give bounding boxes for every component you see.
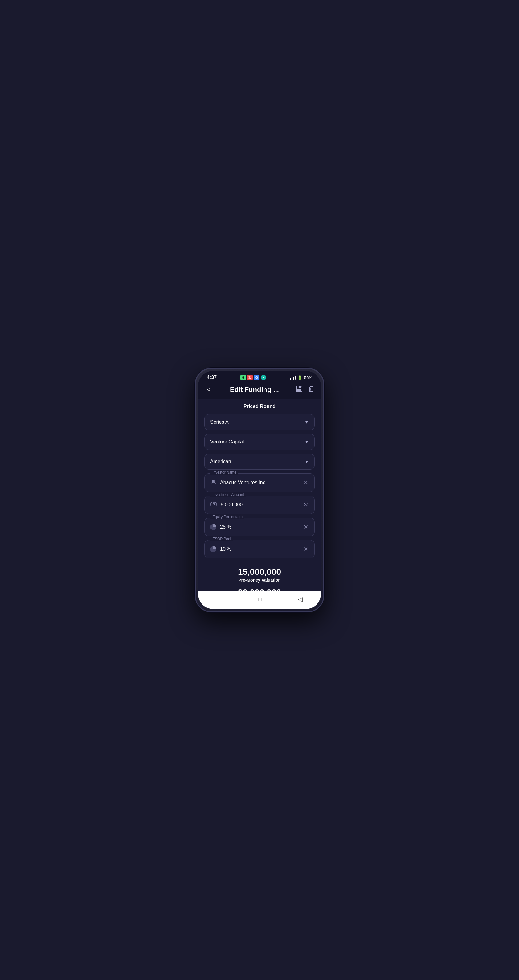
esop-pie-icon [210, 546, 216, 552]
battery-percent: 56% [304, 375, 312, 380]
investor-name-field[interactable]: Abacus Ventures Inc. ✕ [204, 473, 315, 492]
page-title: Edit Funding ... [230, 386, 279, 394]
battery-text: 🔋 [297, 375, 302, 380]
investment-amount-clear[interactable]: ✕ [303, 501, 309, 509]
money-icon [210, 501, 217, 509]
esop-pool-field[interactable]: 10 % ✕ [204, 540, 315, 558]
save-icon [295, 385, 303, 393]
svg-rect-1 [298, 386, 301, 388]
pre-money-label: Pre-Money Valuation [204, 578, 315, 582]
svg-rect-7 [211, 502, 216, 506]
round-type-dropdown[interactable]: Series A ▼ [204, 414, 315, 430]
investor-name-clear[interactable]: ✕ [303, 479, 309, 487]
delete-button[interactable] [308, 385, 315, 395]
save-button[interactable] [295, 385, 303, 395]
app-icon-g2: G [254, 375, 259, 380]
status-bar: 4:37 G 31 G ● 🔋 56% [198, 371, 321, 382]
svg-rect-2 [297, 389, 301, 391]
geography-value: American [210, 459, 231, 465]
investment-amount-label: Investment Amount [211, 492, 246, 497]
home-nav-button[interactable]: □ [252, 595, 268, 604]
app-icon-circle: ● [261, 375, 266, 380]
phone-screen: 4:37 G 31 G ● 🔋 56% < Edit Fundin [198, 371, 321, 609]
app-icon-31: 31 [247, 375, 253, 380]
form-content: Priced Round Series A ▼ Venture Capital … [198, 399, 321, 591]
geography-dropdown[interactable]: American ▼ [204, 453, 315, 470]
esop-pool-clear[interactable]: ✕ [303, 545, 309, 553]
esop-pool-value: 10 % [220, 546, 299, 552]
geography-arrow: ▼ [305, 459, 309, 464]
investor-type-dropdown[interactable]: Venture Capital ▼ [204, 434, 315, 450]
esop-pool-label: ESOP Pool [211, 537, 233, 541]
esop-pool-group: ESOP Pool 10 % ✕ [204, 540, 315, 558]
app-header: < Edit Funding ... [198, 382, 321, 399]
round-type-arrow: ▼ [305, 420, 309, 425]
equity-pie-icon [210, 524, 216, 530]
status-time: 4:37 [207, 375, 217, 380]
investor-type-arrow: ▼ [305, 439, 309, 444]
pre-money-amount: 15,000,000 [204, 567, 315, 577]
back-button[interactable]: < [204, 385, 213, 395]
signal-bar-3 [293, 377, 294, 380]
bottom-nav: ☰ □ ◁ [198, 591, 321, 609]
svg-point-6 [212, 480, 214, 482]
post-money-amount: 20,000,000 [204, 587, 315, 591]
header-actions [295, 385, 315, 395]
investment-amount-group: Investment Amount 5,000,000 ✕ [204, 496, 315, 514]
trash-icon [308, 385, 315, 393]
signal-bar-4 [295, 375, 295, 380]
section-title: Priced Round [204, 404, 315, 409]
signal-bar-1 [290, 379, 291, 380]
phone-frame: 4:37 G 31 G ● 🔋 56% < Edit Fundin [195, 368, 324, 612]
equity-percentage-value: 25 % [220, 524, 299, 530]
investor-name-group: Investor Name Abacus Ventures Inc. ✕ [204, 473, 315, 492]
back-nav-button[interactable]: ◁ [292, 594, 309, 604]
app-icon-g: G [240, 375, 246, 380]
status-app-icons: G 31 G ● [240, 375, 266, 380]
signal-bars [290, 375, 295, 380]
person-icon [210, 479, 216, 487]
menu-nav-button[interactable]: ☰ [210, 594, 228, 604]
svg-point-8 [213, 503, 214, 505]
svg-rect-3 [298, 387, 299, 388]
investor-name-label: Investor Name [211, 470, 238, 474]
status-right-icons: 🔋 56% [290, 375, 312, 380]
investment-amount-field[interactable]: 5,000,000 ✕ [204, 496, 315, 514]
investment-amount-value: 5,000,000 [221, 502, 299, 508]
equity-percentage-clear[interactable]: ✕ [303, 523, 309, 531]
valuation-section: 15,000,000 Pre-Money Valuation 20,000,00… [204, 562, 315, 591]
svg-rect-10 [214, 502, 216, 506]
equity-percentage-label: Equity Percentage [211, 515, 244, 519]
round-type-value: Series A [210, 419, 229, 425]
equity-percentage-field[interactable]: 25 % ✕ [204, 518, 315, 536]
signal-bar-2 [292, 377, 292, 380]
equity-percentage-group: Equity Percentage 25 % ✕ [204, 518, 315, 536]
investor-type-value: Venture Capital [210, 439, 244, 445]
investor-name-value: Abacus Ventures Inc. [220, 480, 299, 485]
svg-rect-9 [212, 502, 213, 506]
